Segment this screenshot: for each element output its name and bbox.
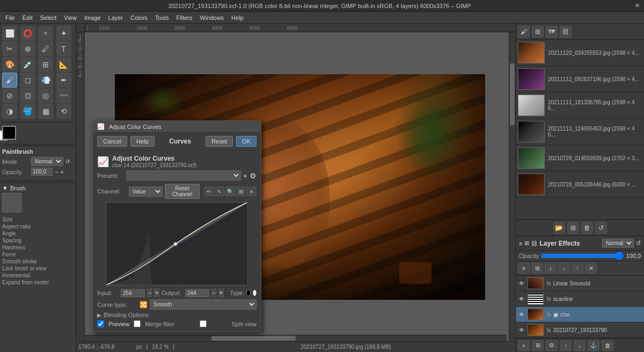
menu-colors[interactable]: Colors [127, 13, 151, 22]
image-item-3[interactable]: 20211113_124055453.jpg (2598 × 46... [516, 119, 644, 145]
layer-eye-0[interactable]: 👁 [518, 279, 525, 287]
menu-select[interactable]: Select [37, 13, 60, 22]
split-view-checkbox[interactable] [200, 320, 207, 327]
channel-icon-cursor[interactable]: ↖ [215, 186, 224, 196]
tool-foreground-select[interactable]: ⊕ [20, 41, 35, 56]
layer-bottom-delete-icon[interactable]: 🗑 [602, 340, 613, 351]
tool-paint[interactable]: 🎨 [2, 57, 17, 72]
tool-ellipse-select[interactable]: ⭕ [20, 26, 35, 41]
tool-perspective-clone[interactable]: ⊡ [20, 88, 35, 103]
curves-graph[interactable] [106, 202, 248, 285]
foreground-color-swatch[interactable] [2, 126, 16, 140]
layer-item-1[interactable]: 👁 fx scanline [516, 291, 644, 307]
layer-bottom-down-icon[interactable]: ↓ [574, 340, 586, 351]
tool-blur[interactable]: ◎ [38, 88, 53, 103]
layer-icon-btn-4[interactable]: ↓ [558, 263, 570, 274]
curve-type-select[interactable]: Smooth [150, 299, 257, 310]
tool-paintbrush[interactable]: 🖌 [2, 73, 17, 88]
layer-icon-btn-5[interactable]: ↑ [572, 263, 583, 274]
layer-icon-btn-6[interactable]: ✕ [585, 263, 597, 274]
layer-bottom-anchor-icon[interactable]: ⚓ [588, 340, 599, 351]
layer-item-2[interactable]: 👁 fx ▣ clse [516, 307, 644, 322]
layer-item-3[interactable]: 👁 fx 20210727_193133790 [516, 322, 644, 338]
tool-align[interactable]: ⊞ [38, 57, 53, 72]
tool-bucket-fill[interactable]: 🪣 [20, 104, 35, 119]
tool-eyedropper[interactable]: 💉 [20, 57, 35, 72]
layer-bottom-new-icon[interactable]: + [518, 340, 530, 351]
menu-windows[interactable]: Windows [196, 13, 227, 22]
output-plus-btn[interactable]: + [218, 289, 223, 297]
channel-icon-pencil[interactable]: ✏ [204, 186, 214, 196]
blending-options-toggle[interactable]: ▶ Blending Options [97, 312, 257, 318]
right-nav-icon[interactable]: 🗺 [546, 26, 558, 38]
output-value-field[interactable] [185, 289, 209, 297]
tool-gradient[interactable]: ▦ [38, 104, 53, 119]
tool-airbrush[interactable]: 💨 [38, 73, 53, 88]
curve-type-icon[interactable]: 🔀 [140, 301, 148, 308]
image-item-2[interactable]: 20211111_181336785.jpg (2598 × 46... [516, 92, 644, 119]
vertical-scrollbar-thumb[interactable] [510, 63, 515, 125]
channel-select[interactable]: Value [129, 186, 163, 197]
channel-icon-zoom[interactable]: 🔍 [225, 186, 235, 196]
menu-filters[interactable]: Filters [173, 13, 196, 22]
tool-rect-select[interactable]: ⬜ [2, 26, 17, 41]
right-grid-icon[interactable]: ⊞ [532, 26, 544, 38]
layer-bottom-group-icon[interactable]: ⊞ [532, 340, 544, 351]
channel-icon-lines[interactable]: ≡ [247, 186, 257, 196]
menu-image[interactable]: Image [81, 13, 104, 22]
brush-preview[interactable] [2, 193, 21, 212]
tool-measure[interactable]: 📐 [56, 57, 71, 72]
type-dot-white[interactable] [253, 290, 257, 296]
layer-bottom-dup-icon[interactable]: ⧉ [546, 340, 558, 351]
tool-dodge[interactable]: ◑ [2, 104, 17, 119]
menu-file[interactable]: File [2, 13, 18, 22]
presets-delete-icon[interactable]: ⚙ [250, 171, 257, 180]
layer-eye-1[interactable]: 👁 [518, 295, 525, 303]
tool-free-select[interactable]: ⚬ [38, 26, 53, 41]
tool-text[interactable]: T [56, 41, 71, 56]
tool-transform[interactable]: ⟲ [56, 104, 71, 119]
tool-scissors[interactable]: ✂ [2, 41, 17, 56]
opacity-input[interactable] [31, 168, 53, 176]
presets-add-icon[interactable]: + [243, 171, 247, 180]
brush-section-toggle[interactable]: ▼ Brush [2, 185, 74, 191]
vertical-scrollbar[interactable] [509, 32, 515, 341]
input-minus-btn[interactable]: − [147, 289, 152, 297]
layer-mode-select[interactable]: Normal [602, 239, 634, 248]
close-icon[interactable]: ✕ [635, 2, 640, 9]
right-chain-icon[interactable]: ⛓ [560, 26, 572, 38]
images-delete-icon[interactable]: 🗑 [581, 222, 593, 234]
tool-eraser[interactable]: ◻ [20, 73, 35, 88]
right-paint-icon[interactable]: 🖌 [518, 26, 530, 38]
help-button[interactable]: Help [130, 136, 155, 147]
horizontal-scrollbar[interactable] [85, 335, 507, 341]
menu-view[interactable]: View [61, 13, 80, 22]
reset-button[interactable]: Reset [206, 136, 233, 147]
type-dot-black[interactable] [246, 290, 250, 296]
menu-tools[interactable]: Tools [152, 13, 172, 22]
tool-ink[interactable]: ✒ [56, 73, 71, 88]
menu-help[interactable]: Help [228, 13, 247, 22]
horizontal-scrollbar-thumb[interactable] [211, 336, 296, 341]
layer-opacity-slider[interactable] [541, 253, 624, 259]
input-value-field[interactable] [121, 289, 145, 297]
tool-fuzzy-select[interactable]: ✦ [56, 26, 71, 41]
layer-item-0[interactable]: 👁 fx Linear Sinusoid [516, 276, 644, 291]
layer-bottom-up-icon[interactable]: ↑ [560, 340, 572, 351]
mode-refresh-icon[interactable]: ↺ [65, 159, 70, 164]
image-item-0[interactable]: 20211120_034255553.jpg (2598 × 4... [516, 40, 644, 66]
layer-eye-2[interactable]: 👁 [518, 311, 525, 318]
layer-icon-btn-3[interactable]: ↕ [545, 263, 557, 274]
tool-heal[interactable]: ⊘ [2, 88, 17, 103]
input-plus-btn[interactable]: + [154, 289, 159, 297]
layer-mode-refresh-icon[interactable]: ↺ [636, 240, 641, 247]
layer-icon-btn-1[interactable]: ≡ [518, 263, 530, 274]
merge-filter-checkbox[interactable] [134, 320, 141, 327]
images-duplicate-icon[interactable]: ⊞ [567, 222, 579, 234]
image-item-1[interactable]: 20211112_092637196.jpg (2598 × 4... [516, 66, 644, 92]
mode-select[interactable]: Normal [31, 157, 63, 166]
opacity-plus[interactable]: + [60, 169, 63, 175]
layer-eye-3[interactable]: 👁 [518, 326, 525, 334]
images-refresh-icon[interactable]: ↺ [595, 222, 607, 234]
images-open-icon[interactable]: 📂 [553, 222, 565, 234]
